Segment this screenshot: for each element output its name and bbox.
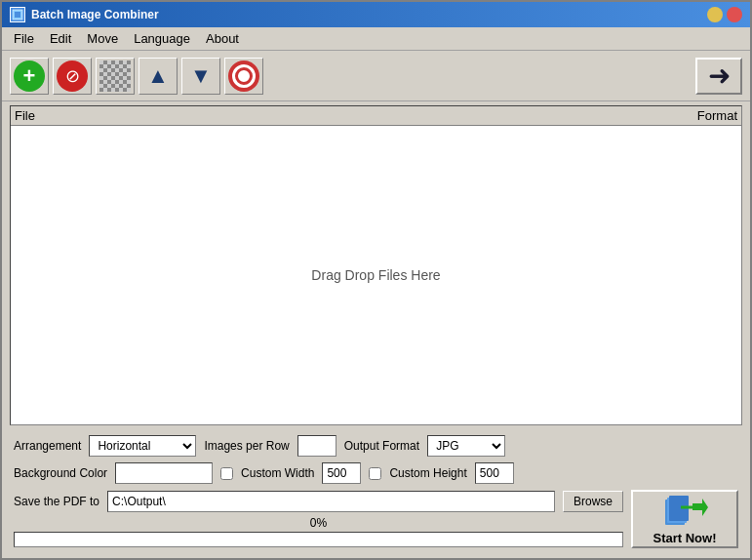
output-format-label: Output Format [344, 439, 419, 453]
browse-button[interactable]: Browse [563, 491, 623, 512]
col-file-header: File [15, 108, 659, 123]
arrow-down-icon: ▼ [190, 63, 212, 89]
col-format-header: Format [659, 108, 737, 123]
move-up-button[interactable]: ▲ [139, 58, 178, 95]
next-button[interactable]: ➜ [695, 58, 742, 95]
save-row: Save the PDF to Browse 0% [14, 490, 738, 548]
arrow-right-icon: ➜ [708, 60, 731, 92]
toolbar: + ⊘ ▲ ▼ ➜ [2, 51, 750, 101]
arrangement-label: Arrangement [14, 439, 81, 453]
background-color-label: Background Color [14, 466, 107, 480]
custom-height-label: Custom Height [389, 466, 466, 480]
minimize-button[interactable] [707, 7, 723, 22]
save-path-input[interactable] [107, 491, 555, 512]
title-controls [707, 7, 742, 22]
images-per-row-input[interactable] [297, 435, 336, 457]
file-list-header: File Format [11, 106, 741, 126]
menu-bar: File Edit Move Language About [2, 27, 750, 51]
background-color-input[interactable] [115, 462, 213, 484]
remove-button[interactable]: ⊘ [53, 58, 92, 95]
custom-height-checkbox[interactable] [369, 467, 381, 480]
file-list-body[interactable]: Drag Drop Files Here [11, 126, 741, 424]
clear-button[interactable] [96, 58, 135, 95]
app-icon [10, 7, 25, 22]
settings-row-2: Background Color Custom Width Custom Hei… [14, 462, 738, 484]
lifebuoy-icon [228, 60, 259, 92]
main-window: Batch Image Combiner File Edit Move Lang… [0, 0, 752, 560]
close-button[interactable] [727, 7, 742, 22]
images-per-row-label: Images per Row [204, 439, 289, 453]
custom-width-checkbox[interactable] [220, 467, 233, 480]
save-section: Save the PDF to Browse 0% [14, 491, 623, 547]
progress-bar-container [14, 532, 623, 547]
title-bar: Batch Image Combiner [2, 2, 750, 27]
menu-about[interactable]: About [198, 29, 247, 48]
svg-marker-5 [693, 499, 708, 516]
remove-icon: ⊘ [57, 60, 88, 92]
progress-label: 0% [14, 516, 623, 530]
arrow-up-icon: ▲ [147, 63, 169, 89]
progress-section: 0% [14, 516, 623, 547]
menu-move[interactable]: Move [79, 29, 126, 48]
help-button[interactable] [224, 58, 263, 95]
arrangement-select[interactable]: Horizontal Vertical Grid [89, 435, 196, 457]
custom-height-input[interactable] [475, 462, 514, 484]
svg-rect-1 [15, 12, 20, 18]
menu-language[interactable]: Language [126, 29, 198, 48]
start-icon [660, 494, 709, 529]
save-label: Save the PDF to [14, 495, 99, 508]
save-path-row: Save the PDF to Browse [14, 491, 623, 512]
menu-edit[interactable]: Edit [42, 29, 79, 48]
start-now-label: Start Now! [653, 531, 717, 545]
add-button[interactable]: + [10, 58, 49, 95]
custom-width-label: Custom Width [241, 466, 314, 480]
add-icon: + [14, 60, 45, 92]
settings-row-1: Arrangement Horizontal Vertical Grid Ima… [14, 435, 738, 457]
menu-file[interactable]: File [6, 29, 42, 48]
start-icon-svg [661, 494, 708, 529]
start-now-button[interactable]: Start Now! [631, 490, 738, 548]
settings-area: Arrangement Horizontal Vertical Grid Ima… [2, 429, 750, 558]
drag-drop-placeholder: Drag Drop Files Here [311, 267, 440, 283]
move-down-button[interactable]: ▼ [181, 58, 220, 95]
file-list-area: File Format Drag Drop Files Here [10, 105, 742, 425]
checker-icon [99, 60, 131, 92]
title-bar-left: Batch Image Combiner [10, 7, 159, 22]
custom-width-input[interactable] [322, 462, 361, 484]
window-title: Batch Image Combiner [31, 8, 159, 21]
output-format-select[interactable]: JPG PNG PDF BMP TIFF [427, 435, 505, 457]
